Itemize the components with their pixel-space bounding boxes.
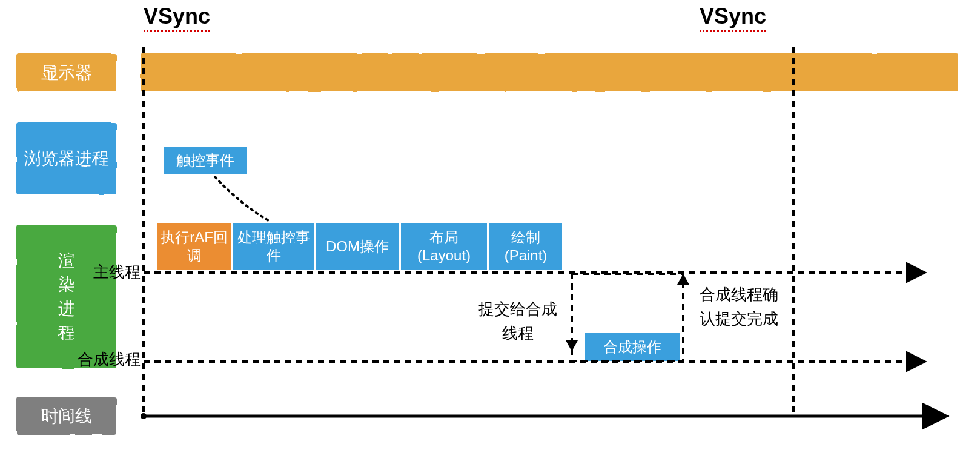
note-commit: 提交给合成线程 bbox=[466, 297, 569, 345]
display-bar bbox=[141, 53, 958, 91]
vsync-label-end: VSync bbox=[700, 4, 766, 32]
task-layout: 布局 (Layout) bbox=[400, 222, 488, 271]
label-main-thread: 主线程 bbox=[80, 262, 141, 283]
task-raf: 执行rAF回调 bbox=[156, 222, 232, 271]
label-compositor-thread: 合成线程 bbox=[65, 349, 141, 370]
row-label-renderer: 渲染进程 bbox=[16, 225, 116, 368]
row-label-browser: 浏览器进程 bbox=[16, 122, 116, 194]
row-label-timeline: 时间线 bbox=[16, 397, 116, 435]
row-label-display: 显示器 bbox=[16, 53, 116, 91]
diagram-stage: VSync VSync 显示器 浏览器进程 渲染进程 时间线 触控事件 执行rA… bbox=[0, 0, 980, 470]
task-dom-ops: DOM操作 bbox=[315, 222, 400, 271]
task-touch-event: 触控事件 bbox=[162, 145, 248, 176]
task-composite: 合成操作 bbox=[584, 332, 681, 362]
note-confirm: 合成线程确认提交完成 bbox=[687, 282, 790, 331]
svg-point-4 bbox=[141, 413, 147, 419]
vsync-label-start: VSync bbox=[144, 4, 210, 32]
task-paint: 绘制 (Paint) bbox=[488, 222, 563, 271]
task-handle-touch: 处理触控事件 bbox=[232, 222, 315, 271]
